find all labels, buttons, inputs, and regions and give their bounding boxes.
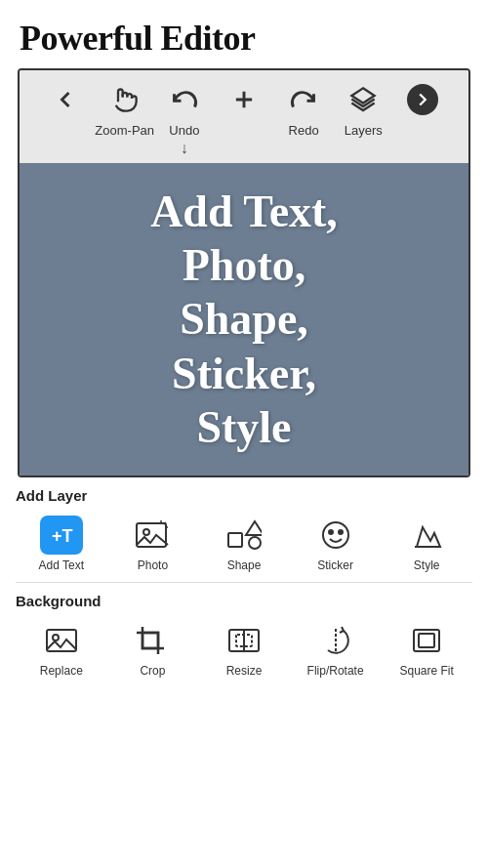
sticker-button[interactable]: Sticker (290, 512, 382, 576)
replace-button[interactable]: Replace (16, 617, 107, 682)
toolbar: Zoom-Pan Undo ↓ Redo Layers (20, 70, 468, 163)
canvas-text: Add Text,Photo,Shape,Sticker,Style (131, 175, 357, 464)
svg-rect-15 (142, 633, 158, 648)
svg-point-5 (143, 529, 149, 535)
hand-pan-icon[interactable] (109, 84, 141, 115)
background-section: Background Replace (0, 583, 488, 687)
sticker-icon (314, 516, 357, 555)
shape-button[interactable]: Shape (198, 512, 290, 576)
svg-rect-13 (47, 630, 76, 651)
page-title: Powerful Editor (0, 0, 488, 68)
editor-frame: Zoom-Pan Undo ↓ Redo Layers Add Text,Pho… (18, 68, 470, 477)
style-label: Style (414, 558, 440, 572)
add-layer-title: Add Layer (16, 487, 472, 504)
svg-point-14 (53, 635, 59, 641)
layers-label: Layers (345, 123, 383, 138)
redo-icon[interactable] (288, 84, 319, 115)
resize-label: Resize (226, 664, 263, 678)
background-title: Background (16, 593, 472, 609)
next-icon[interactable] (407, 84, 438, 115)
redo-label: Redo (289, 123, 319, 138)
svg-rect-21 (419, 634, 434, 647)
toolbar-icons (20, 78, 468, 121)
crop-icon (131, 621, 174, 660)
undo-label: Undo (169, 123, 199, 138)
crop-label: Crop (140, 664, 165, 678)
crop-button[interactable]: Crop (107, 617, 199, 682)
add-text-button[interactable]: +T Add Text (16, 512, 107, 576)
replace-label: Replace (40, 664, 83, 678)
shape-icon (223, 516, 265, 555)
layers-icon[interactable] (347, 84, 379, 115)
svg-text:+T: +T (52, 526, 73, 546)
undo-icon[interactable] (169, 84, 200, 115)
resize-icon (223, 621, 265, 660)
svg-point-9 (323, 522, 348, 548)
add-text-label: Add Text (39, 558, 84, 572)
square-fit-button[interactable]: Square Fit (381, 617, 472, 682)
flip-rotate-label: Flip/Rotate (307, 664, 364, 678)
style-icon (405, 516, 448, 555)
undo-arrow: ↓ (181, 140, 188, 157)
svg-rect-6 (228, 533, 242, 547)
canvas-area: Add Text,Photo,Shape,Sticker,Style (20, 163, 468, 475)
back-arrow-icon[interactable] (50, 84, 81, 115)
svg-rect-4 (137, 523, 166, 547)
zoom-pan-label: Zoom-Pan (95, 123, 154, 138)
photo-label: Photo (138, 558, 168, 572)
background-items: Replace Crop (16, 617, 472, 682)
replace-icon (40, 621, 83, 660)
square-fit-icon (405, 621, 448, 660)
bottom-panels: Add Layer +T Add Text (0, 477, 488, 868)
svg-point-10 (329, 530, 333, 534)
sticker-label: Sticker (317, 558, 353, 572)
add-layer-items: +T Add Text Photo (16, 512, 472, 576)
shape-label: Shape (227, 558, 262, 572)
photo-icon (131, 516, 174, 555)
add-layer-section: Add Layer +T Add Text (0, 477, 488, 582)
resize-button[interactable]: Resize (198, 617, 290, 682)
add-layer-icon[interactable] (228, 84, 260, 115)
photo-button[interactable]: Photo (107, 512, 199, 576)
flip-rotate-button[interactable]: Flip/Rotate (290, 617, 382, 682)
page-container: Powerful Editor (0, 0, 488, 868)
svg-point-8 (249, 537, 261, 549)
add-text-icon: +T (40, 516, 83, 555)
square-fit-label: Square Fit (399, 664, 453, 678)
svg-point-11 (339, 530, 343, 534)
style-button[interactable]: Style (381, 512, 472, 576)
toolbar-labels: Zoom-Pan Undo ↓ Redo Layers (20, 121, 468, 163)
svg-marker-7 (246, 521, 262, 535)
flip-rotate-icon (314, 621, 357, 660)
